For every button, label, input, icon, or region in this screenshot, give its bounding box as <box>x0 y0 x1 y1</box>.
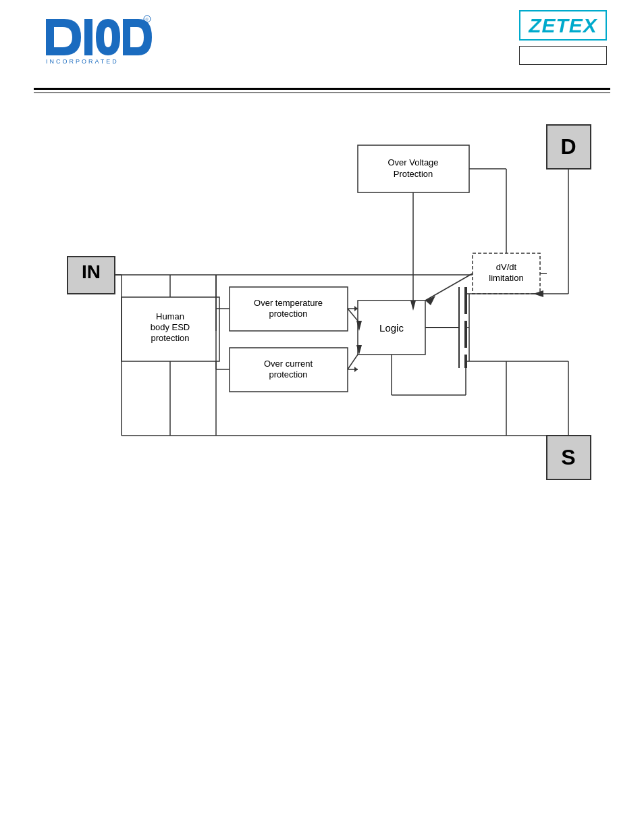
svg-marker-24 <box>533 290 543 297</box>
svg-line-44 <box>348 309 358 321</box>
header: INCORPORATED ® ZETEX <box>0 0 644 88</box>
over-voltage-label2: Protection <box>394 169 433 179</box>
svg-line-46 <box>348 355 358 369</box>
svg-rect-0 <box>84 19 92 55</box>
svg-marker-47 <box>356 345 362 355</box>
over-temp-label2: protection <box>269 309 307 319</box>
esd-label: Human <box>156 311 184 321</box>
esd-label2: body ESD <box>151 322 190 332</box>
dvdt-label2: limitation <box>489 273 523 283</box>
svg-text:INCORPORATED: INCORPORATED <box>46 58 119 64</box>
zetex-logo: ZETEX <box>519 10 607 41</box>
svg-marker-37 <box>410 301 416 311</box>
hr-top <box>34 88 610 90</box>
hr-bottom <box>34 93 610 93</box>
dvdt-label: dV/dt <box>496 262 517 272</box>
d-label: D <box>560 134 576 159</box>
part-number-box <box>519 46 607 65</box>
in-label: IN <box>82 261 101 282</box>
svg-marker-45 <box>356 321 362 331</box>
esd-label3: protection <box>151 333 189 343</box>
s-label: S <box>561 445 575 469</box>
over-current-label2: protection <box>269 369 307 380</box>
logic-label: Logic <box>379 322 404 334</box>
over-current-label: Over current <box>264 359 313 369</box>
over-voltage-label: Over Voltage <box>387 157 438 167</box>
zetex-logo-text: ZETEX <box>529 14 597 37</box>
diagram: D S IN Over Voltage Protection dV/dt lim… <box>34 105 610 510</box>
svg-marker-54 <box>354 367 358 372</box>
over-temp-label: Over temperature <box>254 298 323 308</box>
diodes-logo: INCORPORATED ® <box>41 14 149 61</box>
svg-text:®: ® <box>146 18 149 22</box>
